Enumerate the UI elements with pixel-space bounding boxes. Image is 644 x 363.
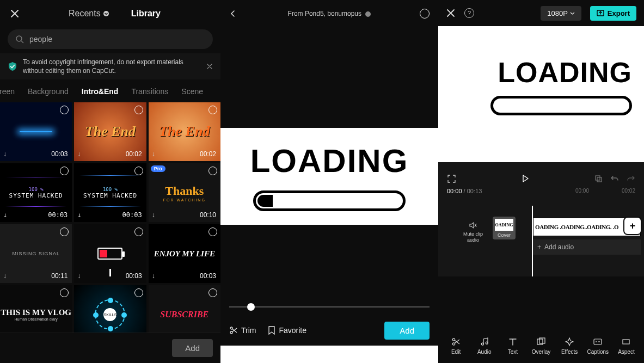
select-circle-icon[interactable]: [134, 167, 143, 175]
aspect-icon: [621, 337, 631, 347]
clip-item[interactable]: The End ↓ 00:02: [74, 102, 146, 161]
preview-title: LOADING: [250, 142, 409, 180]
add-clip-button[interactable]: +: [624, 218, 641, 234]
category-introend[interactable]: Intro&End: [77, 85, 123, 98]
add-button[interactable]: Add: [172, 339, 213, 357]
time-total: 00:13: [467, 188, 482, 194]
tool-label: Edit: [451, 349, 461, 355]
select-circle-icon[interactable]: [208, 288, 217, 297]
tool-aspect[interactable]: Aspect: [614, 337, 639, 355]
tool-label: Aspect: [618, 349, 635, 355]
close-icon[interactable]: [446, 8, 456, 18]
preview-bottom-blank: [220, 225, 438, 315]
trim-button[interactable]: Trim: [229, 326, 256, 335]
cover-thumb[interactable]: OADING Cover: [493, 217, 516, 239]
copy-icon[interactable]: [594, 174, 603, 183]
clip-label: SYSTEM HACKED: [83, 192, 137, 199]
tool-label: Audio: [477, 349, 492, 355]
select-circle-icon[interactable]: [208, 106, 217, 114]
notice-close-icon[interactable]: [206, 63, 213, 70]
fullscreen-icon[interactable]: [447, 174, 456, 183]
scissors-icon: [229, 326, 238, 335]
favorite-button[interactable]: Favorite: [268, 326, 306, 335]
svg-point-1: [16, 36, 22, 41]
sparkle-icon: [565, 337, 574, 347]
time-display: 00:00 / 00:13 00:00 00:02: [447, 188, 635, 194]
clip-duration: 00:03: [122, 211, 142, 219]
category-scenes[interactable]: Scene: [177, 85, 207, 98]
mute-clip-button[interactable]: Mute clip audio: [458, 221, 488, 243]
svg-line-6: [232, 328, 237, 332]
svg-point-16: [481, 343, 483, 345]
close-icon[interactable]: [10, 9, 20, 19]
tool-edit[interactable]: Edit: [444, 337, 468, 355]
clip-item[interactable]: 100 % SYSTEM HACKED ↓ 00:03: [74, 163, 146, 222]
download-icon: ↓: [77, 150, 81, 158]
clip-label: ENJOY MY LIFE: [154, 249, 215, 259]
cover-mini: OADING: [495, 219, 513, 231]
clip-label: The End: [85, 124, 136, 140]
svg-line-2: [21, 41, 23, 43]
add-button[interactable]: Add: [384, 322, 430, 340]
search-input[interactable]: people: [8, 29, 213, 49]
clip-item[interactable]: MISSING SIGNAL ↓ 00:11: [0, 224, 72, 283]
preview-header: From Pond5, bonumopus: [220, 0, 438, 27]
play-icon[interactable]: [521, 174, 530, 183]
select-circle-icon[interactable]: [134, 227, 143, 236]
select-circle-icon[interactable]: [60, 227, 69, 236]
undo-icon[interactable]: [610, 174, 619, 183]
preview-top-blank: [220, 27, 438, 128]
trim-label: Trim: [241, 326, 256, 335]
resolution-selector[interactable]: 1080P: [541, 6, 581, 21]
download-icon: ↓: [77, 272, 81, 280]
tab-recents[interactable]: Recents: [69, 9, 109, 19]
tool-captions[interactable]: Captions: [586, 337, 610, 355]
export-button[interactable]: Export: [590, 6, 636, 21]
clip-item[interactable]: ↓ 00:03: [0, 102, 72, 161]
help-icon[interactable]: ?: [464, 8, 474, 18]
svg-rect-9: [597, 177, 602, 182]
download-icon: ↓: [3, 272, 7, 280]
tool-label: Overlay: [532, 349, 550, 355]
player-controls: 00:00 / 00:13 00:00 00:02: [438, 162, 644, 206]
select-circle-icon[interactable]: [60, 288, 69, 297]
select-circle-icon[interactable]: [208, 167, 217, 175]
redo-icon[interactable]: [627, 174, 635, 183]
clip-item[interactable]: The End ↓ 00:02: [149, 102, 220, 161]
clip-label: THIS IS MY VLOG: [1, 308, 71, 317]
category-background[interactable]: Background: [23, 85, 73, 98]
scrubber[interactable]: [229, 306, 430, 307]
editor-header: ? 1080P Export: [438, 0, 644, 26]
tool-bar: Edit Audio Text Overlay Effects Captions…: [438, 328, 644, 363]
plus-icon: +: [537, 243, 541, 251]
canvas-preview[interactable]: LOADING: [438, 26, 644, 162]
notice-text: To avoid copyright infringement, do not …: [23, 58, 186, 75]
svg-point-4: [230, 327, 232, 329]
select-circle-icon[interactable]: [134, 288, 143, 297]
clip-label: SYSTEM HACKED: [9, 192, 63, 199]
timeline[interactable]: Mute clip audio OADING Cover OADING .OAD…: [438, 206, 644, 276]
select-circle-icon[interactable]: [208, 227, 217, 236]
preview-actions: Trim Favorite Add: [220, 315, 438, 346]
category-greenscreen[interactable]: creen: [0, 85, 19, 98]
time-current: 00:00: [447, 188, 462, 194]
scrubber-thumb[interactable]: [247, 303, 255, 311]
clip-item[interactable]: 100 % SYSTEM HACKED ↓ 00:03: [0, 163, 72, 222]
clip-item[interactable]: Pro Thanks FOR WATCHING ↓ 00:10: [149, 163, 220, 222]
chevron-down-icon: [103, 10, 109, 17]
select-circle-icon[interactable]: [134, 106, 143, 114]
category-transitions[interactable]: Transitions: [127, 85, 173, 98]
tool-text[interactable]: Text: [500, 337, 525, 355]
add-audio-track[interactable]: + Add audio: [533, 239, 641, 255]
tool-label: Captions: [587, 349, 609, 355]
select-circle-icon[interactable]: [60, 167, 69, 175]
tool-audio[interactable]: Audio: [472, 337, 496, 355]
clip-item[interactable]: ↓ 00:03: [74, 224, 146, 283]
tool-effects[interactable]: Effects: [557, 337, 582, 355]
tab-library[interactable]: Library: [131, 9, 161, 19]
select-circle-icon[interactable]: [60, 106, 69, 114]
tool-overlay[interactable]: Overlay: [529, 337, 553, 355]
scissors-icon: [451, 337, 461, 347]
cover-label: Cover: [498, 232, 511, 238]
clip-item[interactable]: ENJOY MY LIFE ↓ 00:03: [149, 224, 220, 283]
